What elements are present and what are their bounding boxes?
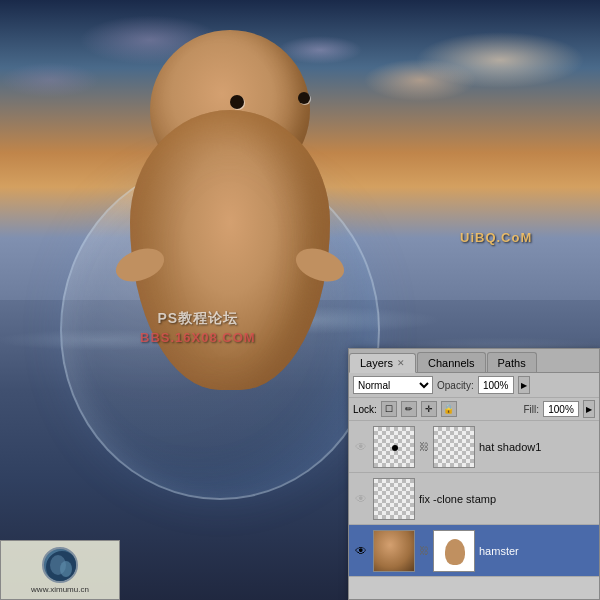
- opacity-arrow-btn[interactable]: ▶: [518, 376, 530, 394]
- watermark-line1: PS教程论坛: [140, 310, 256, 328]
- tab-paths-label: Paths: [498, 357, 526, 369]
- layer-thumb-mask-hat-shadow1: [433, 426, 475, 468]
- layer-thumb-hamster: [373, 530, 415, 572]
- lock-all-btn[interactable]: 🔒: [441, 401, 457, 417]
- layer-chain-hat-shadow1: ⛓: [419, 441, 429, 452]
- layer-thumb-fix-clone-stamp: [373, 478, 415, 520]
- layer-thumb-hat-shadow1: [373, 426, 415, 468]
- eye-icon-hamster[interactable]: 👁: [355, 544, 367, 558]
- tab-channels[interactable]: Channels: [417, 352, 485, 372]
- lock-fill-row: Lock: ☐ ✏ ✛ 🔒 Fill: ▶: [349, 398, 599, 421]
- layer-visibility-hamster[interactable]: 👁: [353, 543, 369, 559]
- watermark: PS教程论坛 BBS.16X08.COM: [140, 310, 256, 345]
- tab-layers-label: Layers: [360, 357, 393, 369]
- watermark-line2: BBS.16X08.COM: [140, 330, 256, 345]
- lock-brush-btn[interactable]: ✏: [401, 401, 417, 417]
- fill-label: Fill:: [523, 404, 539, 415]
- eye-icon-hat-shadow1: 👁: [355, 440, 367, 454]
- layer-row-hat-shadow1[interactable]: 👁 ⛓ hat shadow1: [349, 421, 599, 473]
- bottom-logo: www.ximumu.cn: [0, 540, 120, 600]
- fill-input[interactable]: [543, 401, 579, 417]
- logo-site-text: www.ximumu.cn: [31, 585, 89, 594]
- blend-mode-select[interactable]: Normal: [353, 376, 433, 394]
- tab-channels-label: Channels: [428, 357, 474, 369]
- panel-tabs: Layers ✕ Channels Paths: [349, 349, 599, 373]
- tab-close-icon[interactable]: ✕: [397, 358, 405, 368]
- layer-visibility-hat-shadow1[interactable]: 👁: [353, 439, 369, 455]
- layer-row-fix-clone-stamp[interactable]: 👁 fix -clone stamp: [349, 473, 599, 525]
- uibq-watermark: UiBQ.CoM: [460, 230, 532, 245]
- layer-thumb-mask-hamster: [433, 530, 475, 572]
- layer-chain-hamster: ⛓: [419, 545, 429, 556]
- hamster-illustration: [100, 30, 360, 430]
- logo-circle: [42, 547, 78, 583]
- hamster-eye-left: [230, 95, 244, 109]
- tab-paths[interactable]: Paths: [487, 352, 537, 372]
- tab-layers[interactable]: Layers ✕: [349, 353, 416, 373]
- opacity-label: Opacity:: [437, 380, 474, 391]
- layer-name-hat-shadow1: hat shadow1: [479, 441, 595, 453]
- lock-pixel-btn[interactable]: ☐: [381, 401, 397, 417]
- layer-name-fix-clone-stamp: fix -clone stamp: [419, 493, 595, 505]
- canvas-area: PS教程论坛 BBS.16X08.COM UiBQ.CoM Layers ✕ C…: [0, 0, 600, 600]
- eye-icon-fix-clone-stamp: 👁: [355, 492, 367, 506]
- layer-row-hamster[interactable]: 👁 ⛓ hamster: [349, 525, 599, 577]
- hamster-eye-right: [298, 92, 310, 104]
- svg-point-2: [60, 561, 72, 577]
- layer-name-hamster: hamster: [479, 545, 595, 557]
- layer-visibility-fix-clone-stamp[interactable]: 👁: [353, 491, 369, 507]
- fill-arrow-btn[interactable]: ▶: [583, 400, 595, 418]
- lock-label: Lock:: [353, 404, 377, 415]
- logo-svg: [44, 549, 78, 583]
- layers-panel: Layers ✕ Channels Paths Normal Opacity: …: [348, 348, 600, 600]
- blend-opacity-row: Normal Opacity: ▶: [349, 373, 599, 398]
- opacity-input[interactable]: [478, 376, 514, 394]
- lock-move-btn[interactable]: ✛: [421, 401, 437, 417]
